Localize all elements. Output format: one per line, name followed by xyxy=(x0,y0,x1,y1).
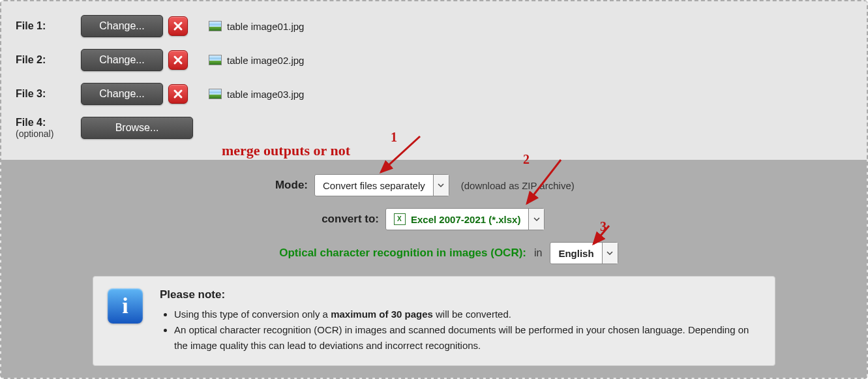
note-content: Please note: Using this type of conversi… xyxy=(160,288,760,354)
change-file-button[interactable]: Change... xyxy=(81,49,163,71)
remove-file-button[interactable] xyxy=(168,16,188,36)
x-icon xyxy=(173,21,183,31)
ocr-row: Optical character recognition in images … xyxy=(11,242,857,264)
file-label-optional: (optional) xyxy=(16,129,81,139)
note-title: Please note: xyxy=(160,288,760,301)
options-section: Mode: Convert files separately (download… xyxy=(1,160,867,378)
mode-selected-value: Convert files separately xyxy=(323,180,425,191)
change-file-button[interactable]: Change... xyxy=(81,15,163,37)
mode-label: Mode: xyxy=(11,179,314,192)
please-note-box: i Please note: Using this type of conver… xyxy=(93,276,775,366)
convert-to-label: convert to: xyxy=(11,213,385,226)
convert-to-selected-value: Excel 2007-2021 (*.xlsx) xyxy=(411,214,520,225)
image-file-icon xyxy=(209,21,222,31)
file-list-section: File 1: Change... table image01.jpg File… xyxy=(1,1,867,160)
mode-select[interactable]: Convert files separately xyxy=(314,174,449,196)
file-label: File 3: xyxy=(16,88,81,100)
image-file-icon xyxy=(209,55,222,65)
note-item-2: An optical character recognition (OCR) i… xyxy=(174,322,760,354)
file-label: File 4: (optional) xyxy=(16,117,81,139)
file-label: File 2: xyxy=(16,54,81,66)
ocr-label: Optical character recognition in images … xyxy=(11,247,526,260)
filename: table image03.jpg xyxy=(227,89,304,100)
file-row-2: File 2: Change... table image02.jpg xyxy=(16,48,867,72)
remove-file-button[interactable] xyxy=(168,84,188,104)
chevron-down-icon xyxy=(528,209,544,230)
file-label-text: File 4: xyxy=(16,117,46,128)
mode-row: Mode: Convert files separately (download… xyxy=(11,174,857,196)
file-label: File 1: xyxy=(16,20,81,32)
info-icon: i xyxy=(108,288,143,324)
ocr-in-word: in xyxy=(534,247,542,259)
x-icon xyxy=(173,55,183,65)
note-list: Using this type of conversion only a max… xyxy=(160,307,760,354)
change-file-button[interactable]: Change... xyxy=(81,83,163,105)
file-row-1: File 1: Change... table image01.jpg xyxy=(16,14,867,38)
upload-convert-panel: File 1: Change... table image01.jpg File… xyxy=(0,0,868,379)
chevron-down-icon xyxy=(602,243,618,264)
excel-file-icon xyxy=(394,213,406,225)
file-row-4: File 4: (optional) Browse... xyxy=(16,116,867,140)
convert-to-select[interactable]: Excel 2007-2021 (*.xlsx) xyxy=(385,208,545,230)
ocr-language-select[interactable]: English xyxy=(550,242,618,264)
x-icon xyxy=(173,89,183,99)
note-item-1: Using this type of conversion only a max… xyxy=(174,307,760,322)
chevron-down-icon xyxy=(433,175,449,196)
filename: table image01.jpg xyxy=(227,21,304,32)
mode-hint: (download as ZIP archive) xyxy=(461,180,575,191)
filename: table image02.jpg xyxy=(227,55,304,66)
image-file-icon xyxy=(209,89,222,99)
file-row-3: File 3: Change... table image03.jpg xyxy=(16,82,867,106)
browse-file-button[interactable]: Browse... xyxy=(81,117,193,139)
ocr-selected-value: English xyxy=(558,248,593,259)
remove-file-button[interactable] xyxy=(168,50,188,70)
convert-to-row: convert to: Excel 2007-2021 (*.xlsx) xyxy=(11,208,857,230)
